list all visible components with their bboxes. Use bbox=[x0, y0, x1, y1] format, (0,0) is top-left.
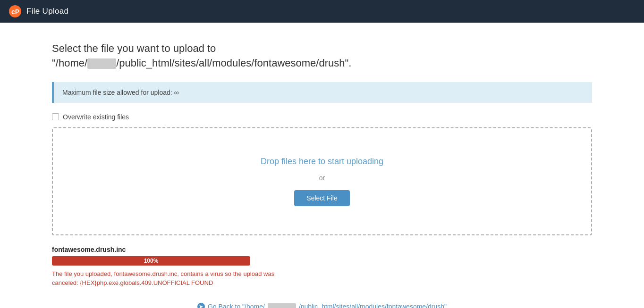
topbar: cP File Upload bbox=[0, 0, 644, 23]
select-file-button[interactable]: Select File bbox=[294, 190, 349, 206]
heading-prefix: Select the file you want to upload to bbox=[52, 42, 216, 54]
dropzone-text: Drop files here to start uploading bbox=[62, 157, 582, 166]
file-result: fontawesome.drush.inc 100% The file you … bbox=[52, 246, 592, 288]
file-name: fontawesome.drush.inc bbox=[52, 246, 592, 253]
back-link-redacted bbox=[268, 303, 296, 308]
back-link-suffix: /public_html/sites/all/modules/fontaweso… bbox=[299, 303, 447, 308]
dropzone-or: or bbox=[62, 174, 582, 182]
info-box: Maximum file size allowed for upload: ∞ bbox=[52, 82, 592, 103]
heading-path-start: "/home/ bbox=[52, 57, 87, 69]
progress-bar-container: 100% bbox=[52, 256, 250, 266]
heading-path-redacted bbox=[87, 58, 116, 69]
dropzone[interactable]: Drop files here to start uploading or Se… bbox=[52, 127, 592, 235]
progress-bar-label: 100% bbox=[144, 258, 159, 264]
overwrite-row: Overwrite existing files bbox=[52, 113, 592, 121]
back-link-prefix: Go Back to "/home/ bbox=[208, 303, 265, 308]
cpanel-logo-icon: cP bbox=[8, 5, 22, 18]
topbar-title: File Upload bbox=[26, 7, 68, 16]
progress-bar-fill: 100% bbox=[52, 256, 250, 266]
page-heading: Select the file you want to upload to "/… bbox=[52, 42, 592, 71]
heading-path-end: /public_html/sites/all/modules/fontaweso… bbox=[116, 57, 351, 69]
topbar-logo: cP File Upload bbox=[8, 5, 68, 18]
error-message: The file you uploaded, fontawesome.drush… bbox=[52, 269, 279, 288]
overwrite-checkbox[interactable] bbox=[52, 113, 59, 120]
back-link-row: ➤ Go Back to "/home/ /public_html/sites/… bbox=[52, 302, 592, 308]
main-content: Select the file you want to upload to "/… bbox=[0, 23, 644, 308]
error-line2: canceled: {HEX}php.exe.globals.409.UNOFF… bbox=[52, 279, 213, 286]
overwrite-label[interactable]: Overwrite existing files bbox=[63, 113, 129, 121]
error-line1: The file you uploaded, fontawesome.drush… bbox=[52, 270, 274, 277]
info-box-text: Maximum file size allowed for upload: ∞ bbox=[62, 89, 179, 96]
svg-text:cP: cP bbox=[11, 8, 19, 16]
back-link[interactable]: ➤ Go Back to "/home/ /public_html/sites/… bbox=[197, 303, 447, 308]
back-link-icon: ➤ bbox=[197, 303, 205, 308]
